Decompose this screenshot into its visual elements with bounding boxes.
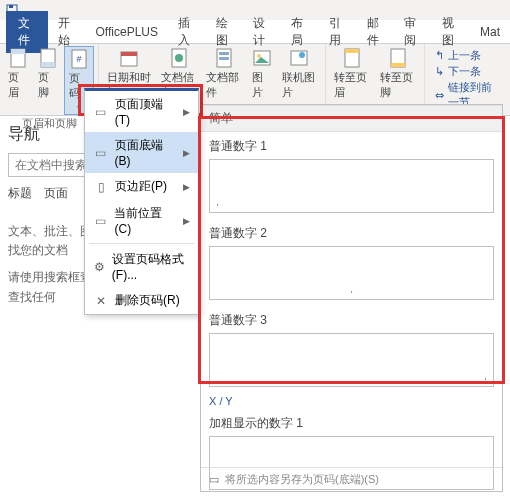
svg-point-18	[299, 52, 305, 58]
footer-button[interactable]: 页脚	[34, 46, 62, 102]
svg-text:#: #	[76, 54, 81, 64]
goto-header-button[interactable]: 转至页眉	[330, 46, 374, 102]
header-icon	[8, 48, 28, 68]
dd-page-bottom[interactable]: ▭ 页面底端(B) ▶	[85, 132, 198, 173]
nav-next-link[interactable]: ↳下一条	[435, 64, 500, 79]
nav-tab-pages[interactable]: 页面	[44, 185, 68, 202]
docparts-icon	[214, 48, 234, 68]
gallery-save-selection[interactable]: ▭ 将所选内容另存为页码(底端)(S)	[201, 467, 502, 491]
docparts-button[interactable]: 文档部件	[202, 46, 245, 102]
header-button[interactable]: 页眉	[4, 46, 32, 102]
dd-format[interactable]: ⚙ 设置页码格式(F)...	[85, 246, 198, 287]
format-icon: ⚙	[93, 259, 106, 275]
gallery-item-plain2[interactable]: 普通数字 2 ،	[201, 219, 502, 306]
remove-icon: ✕	[93, 293, 109, 309]
footer-icon	[38, 48, 58, 68]
goto-footer-icon	[388, 48, 408, 68]
chevron-right-icon: ▶	[183, 107, 190, 117]
svg-rect-22	[391, 63, 405, 67]
chevron-right-icon: ▶	[183, 216, 190, 226]
preview-plain1: ،	[209, 159, 494, 213]
onlinepic-button[interactable]: 联机图片	[278, 46, 321, 102]
goto-footer-button[interactable]: 转至页脚	[376, 46, 420, 102]
svg-rect-1	[9, 5, 13, 8]
picture-button[interactable]: 图片	[248, 46, 276, 102]
goto-header-icon	[342, 48, 362, 68]
prev-icon: ↰	[435, 49, 444, 62]
separator	[89, 243, 194, 244]
svg-rect-5	[41, 62, 55, 67]
svg-point-16	[257, 54, 261, 58]
svg-rect-13	[219, 52, 229, 55]
picture-icon	[252, 48, 272, 68]
svg-rect-3	[11, 49, 25, 54]
next-icon: ↳	[435, 65, 444, 78]
gallery-section-simple: 简单	[201, 105, 502, 132]
onlinepic-icon	[289, 48, 309, 68]
link-icon: ⇔	[435, 89, 444, 102]
gallery-item-plain3[interactable]: 普通数字 3 ،	[201, 306, 502, 393]
nav-prev-link[interactable]: ↰上一条	[435, 48, 500, 63]
svg-rect-14	[219, 57, 229, 60]
page-bottom-icon: ▭	[93, 145, 109, 161]
margins-icon: ▯	[93, 179, 109, 195]
dd-margins[interactable]: ▯ 页边距(P) ▶	[85, 173, 198, 200]
dd-page-top[interactable]: ▭ 页面顶端(T) ▶	[85, 91, 198, 132]
preview-plain3: ،	[209, 333, 494, 387]
nav-tab-headings[interactable]: 标题	[8, 185, 32, 202]
preview-plain2: ،	[209, 246, 494, 300]
ribbon-tabs: 文件 开始 OfficePLUS 插入 绘图 设计 布局 引用 邮件 审阅 视图…	[0, 20, 510, 44]
gallery-section-xy: X / Y	[201, 393, 502, 409]
current-pos-icon: ▭	[93, 213, 108, 229]
dd-current[interactable]: ▭ 当前位置(C) ▶	[85, 200, 198, 241]
pagenum-dropdown: ▭ 页面顶端(T) ▶ ▭ 页面底端(B) ▶ ▯ 页边距(P) ▶ ▭ 当前位…	[84, 88, 199, 315]
dd-remove[interactable]: ✕ 删除页码(R)	[85, 287, 198, 314]
tab-math[interactable]: Mat	[470, 25, 510, 39]
save-icon: ▭	[209, 473, 219, 486]
tab-officeplus[interactable]: OfficePLUS	[86, 25, 168, 39]
calendar-icon	[119, 48, 139, 68]
chevron-right-icon: ▶	[183, 182, 190, 192]
pagenum-icon: #	[69, 49, 89, 69]
gallery-item-plain1[interactable]: 普通数字 1 ،	[201, 132, 502, 219]
pagenum-gallery: 简单 普通数字 1 ، 普通数字 2 ، 普通数字 3 ، X / Y 加粗显示…	[200, 104, 503, 492]
chevron-down-icon: ▾	[77, 103, 81, 112]
svg-rect-17	[291, 51, 307, 65]
docinfo-icon	[169, 48, 189, 68]
page-top-icon: ▭	[93, 104, 109, 120]
svg-point-11	[175, 54, 183, 62]
svg-rect-9	[121, 52, 137, 56]
chevron-right-icon: ▶	[183, 148, 190, 158]
svg-rect-20	[345, 49, 359, 53]
